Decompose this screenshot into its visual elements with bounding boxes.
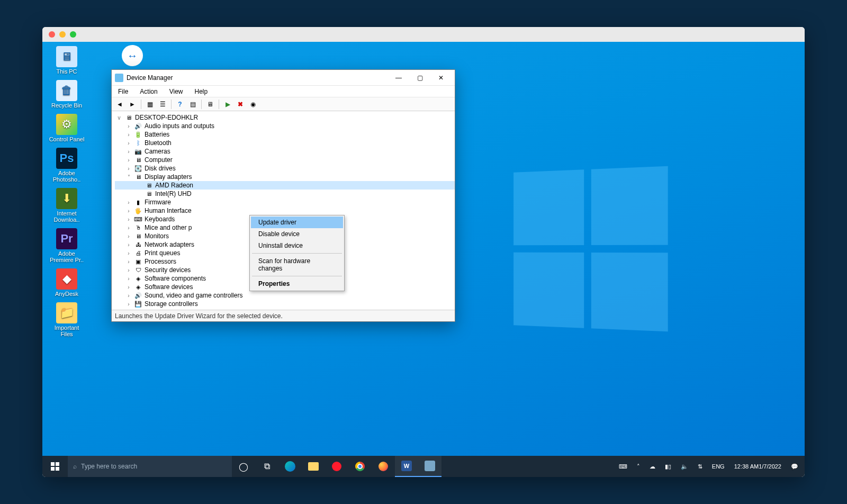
firefox-icon[interactable]: [372, 456, 395, 477]
desktop-icon-fold[interactable]: 📁Important Files: [48, 302, 86, 337]
opera-icon[interactable]: [325, 456, 348, 477]
expand-icon[interactable]: ›: [125, 157, 132, 163]
toolbar[interactable]: ◄ ► ▦ ☰ ? ▤ 🖥 ▶ ✖ ◉: [112, 97, 455, 111]
expand-icon[interactable]: ›: [125, 208, 132, 214]
volume-icon[interactable]: 🔈: [679, 456, 690, 477]
desktop-icon-ps[interactable]: PsAdobe Photosho..: [48, 148, 86, 183]
expand-icon[interactable]: ›: [125, 259, 132, 265]
input-indicator-icon[interactable]: ⌨: [617, 456, 629, 477]
tree-node[interactable]: ›🖐Human Interface: [115, 206, 455, 215]
mac-close-button[interactable]: [49, 31, 55, 38]
onedrive-icon[interactable]: ☁: [647, 456, 657, 477]
language-indicator[interactable]: ENG: [710, 456, 727, 477]
uninstall-button[interactable]: ✖: [235, 98, 246, 110]
wifi-icon[interactable]: ⇅: [696, 456, 705, 477]
expand-icon[interactable]: ›: [125, 149, 132, 155]
mac-minimize-button[interactable]: [59, 31, 66, 38]
back-button[interactable]: ◄: [114, 98, 125, 110]
show-hidden-button[interactable]: ▦: [144, 98, 156, 110]
task-view-button[interactable]: ⧉: [255, 456, 278, 477]
mac-zoom-button[interactable]: [70, 31, 76, 38]
chrome-icon[interactable]: [348, 456, 372, 477]
tray-chevron-icon[interactable]: ˄: [635, 456, 642, 477]
context-properties[interactable]: Properties: [251, 278, 343, 290]
expand-icon[interactable]: ›: [125, 250, 132, 256]
context-scan-for-hardware-changes[interactable]: Scan for hardware changes: [251, 255, 343, 274]
battery-icon[interactable]: ▮▯: [663, 456, 673, 477]
expand-icon[interactable]: ›: [125, 140, 132, 146]
tree-node[interactable]: ›📷Cameras: [115, 147, 455, 156]
explorer-icon[interactable]: [302, 456, 325, 477]
menu-action[interactable]: Action: [138, 87, 159, 96]
expand-icon[interactable]: ›: [125, 293, 132, 299]
help-button[interactable]: ?: [174, 98, 186, 110]
enable-button[interactable]: ▶: [222, 98, 233, 110]
menu-help[interactable]: Help: [193, 87, 210, 96]
cortana-button[interactable]: ◯: [232, 456, 255, 477]
menu-view[interactable]: View: [167, 87, 185, 96]
desktop-icon-pc[interactable]: 🖥This PC: [48, 46, 86, 75]
context-menu[interactable]: Update driverDisable deviceUninstall dev…: [249, 215, 345, 291]
expand-icon[interactable]: v: [116, 115, 122, 121]
device-manager-window[interactable]: Device Manager — ▢ ✕ FileActionViewHelp …: [111, 69, 455, 322]
tree-node[interactable]: ›🖥System devices: [115, 308, 455, 310]
tree-node[interactable]: ›💾Storage controllers: [115, 300, 455, 308]
expand-icon[interactable]: ›: [125, 242, 132, 248]
word-icon[interactable]: W: [395, 456, 418, 477]
context-disable-device[interactable]: Disable device: [251, 228, 343, 240]
desktop-icon-pr[interactable]: PrAdobe Premiere Pr..: [48, 228, 86, 263]
expand-icon[interactable]: ›: [125, 217, 132, 222]
tree-node[interactable]: 🖥AMD Radeon: [115, 181, 455, 190]
search-box[interactable]: ⌕ Type here to search: [68, 456, 232, 477]
expand-icon[interactable]: ›: [125, 225, 132, 231]
context-update-driver[interactable]: Update driver: [251, 217, 343, 228]
desktop-icon-cpl[interactable]: ⚙Control Panel: [48, 114, 86, 142]
expand-icon[interactable]: ›: [125, 267, 132, 273]
device-manager-taskbar-icon[interactable]: [418, 456, 441, 477]
properties-button[interactable]: ☰: [157, 98, 168, 110]
tree-label: Display adapters: [145, 173, 192, 181]
close-button[interactable]: ✕: [430, 70, 452, 85]
tree-node[interactable]: ›💽Disk drives: [115, 164, 455, 173]
desktop-icon-any[interactable]: ◆AnyDesk: [48, 268, 86, 297]
tree-node[interactable]: ›🔋Batteries: [115, 130, 455, 139]
title-bar[interactable]: Device Manager — ▢ ✕: [112, 70, 455, 86]
tree-node[interactable]: ˅🖥Display adapters: [115, 173, 455, 181]
expand-icon[interactable]: ›: [125, 284, 132, 290]
start-button[interactable]: [42, 456, 68, 477]
desktop-icon-idm[interactable]: ⬇Internet Downloa..: [48, 188, 86, 223]
expand-icon[interactable]: ›: [125, 166, 132, 172]
expand-icon[interactable]: ›: [125, 301, 132, 307]
expand-icon[interactable]: ›: [125, 123, 132, 129]
tree-node[interactable]: ›🔊Sound, video and game controllers: [115, 291, 455, 300]
tree-node[interactable]: ›🖥Computer: [115, 156, 455, 164]
menu-file[interactable]: File: [116, 87, 130, 96]
tree-node[interactable]: ›▮Firmware: [115, 198, 455, 206]
forward-button[interactable]: ►: [127, 98, 138, 110]
clock[interactable]: 12:38 AM 1/7/2022: [732, 456, 783, 477]
maximize-button[interactable]: ▢: [409, 70, 430, 85]
windows-desktop[interactable]: ↔ 🖥This PC🗑Recycle Bin⚙Control PanelPsAd…: [42, 42, 805, 456]
expand-icon[interactable]: ›: [125, 276, 132, 282]
tree-node[interactable]: v🖥DESKTOP-EDOHKLR: [115, 113, 455, 122]
tree-node[interactable]: ›🔊Audio inputs and outputs: [115, 122, 455, 130]
scan-button[interactable]: ◉: [247, 98, 259, 110]
edge-icon[interactable]: [278, 456, 302, 477]
expand-icon[interactable]: ›: [125, 132, 132, 138]
system-tray[interactable]: ⌨ ˄ ☁ ▮▯ 🔈 ⇅ ENG 12:38 AM 1/7/2022 💬: [617, 456, 805, 477]
expand-icon[interactable]: ›: [125, 310, 132, 310]
context-uninstall-device[interactable]: Uninstall device: [251, 240, 343, 251]
action-center-icon[interactable]: 💬: [789, 456, 800, 477]
update-driver-button[interactable]: 🖥: [204, 98, 216, 110]
tree-node[interactable]: ›ᛒBluetooth: [115, 139, 455, 147]
tree-node[interactable]: 🖥Intel(R) UHD: [115, 190, 455, 198]
minimize-button[interactable]: —: [388, 70, 409, 85]
teamviewer-icon[interactable]: ↔: [122, 45, 143, 66]
expand-icon[interactable]: ˅: [125, 174, 132, 180]
taskbar[interactable]: ⌕ Type here to search ◯ ⧉ W ⌨ ˄ ☁ ▮▯ 🔈 ⇅…: [42, 456, 805, 477]
refresh-button[interactable]: ▤: [187, 98, 199, 110]
desktop-icon-bin[interactable]: 🗑Recycle Bin: [48, 80, 86, 109]
expand-icon[interactable]: ›: [125, 200, 132, 205]
expand-icon[interactable]: ›: [125, 233, 132, 239]
menu-bar[interactable]: FileActionViewHelp: [112, 86, 455, 97]
